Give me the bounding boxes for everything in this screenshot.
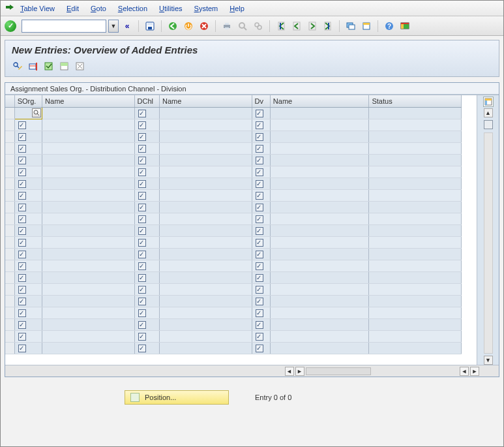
menu-system[interactable]: System	[194, 5, 218, 12]
cell-dchl[interactable]	[134, 166, 159, 177]
cell-sorg[interactable]	[14, 142, 42, 154]
row-selector[interactable]	[5, 107, 14, 119]
cell-dv[interactable]	[252, 307, 270, 318]
row-selector[interactable]	[5, 283, 14, 295]
change-display-button[interactable]	[12, 61, 23, 72]
cell-status[interactable]	[369, 236, 462, 248]
cell-name3[interactable]	[270, 295, 369, 307]
cell-status[interactable]	[369, 283, 462, 295]
cell-sorg[interactable]	[14, 107, 42, 119]
hscroll-track[interactable]	[306, 367, 371, 375]
cell-name1[interactable]	[42, 342, 135, 354]
cell-dchl[interactable]	[134, 189, 159, 201]
cell-dv[interactable]	[252, 318, 270, 330]
vscroll-track[interactable]	[484, 132, 493, 354]
cell-dv[interactable]	[252, 154, 270, 166]
command-field[interactable]	[22, 20, 106, 33]
cell-name2[interactable]	[160, 166, 252, 177]
cell-sorg[interactable]	[14, 213, 42, 224]
cell-name2[interactable]	[160, 224, 252, 236]
row-selector[interactable]	[5, 142, 14, 154]
f4-help-icon[interactable]	[32, 108, 41, 117]
row-selector[interactable]	[5, 342, 14, 354]
hscroll-left-icon[interactable]: ◄	[285, 367, 294, 376]
menu-help[interactable]: Help	[230, 5, 245, 12]
cell-status[interactable]	[369, 318, 462, 330]
cell-name1[interactable]	[42, 189, 135, 201]
cell-name3[interactable]	[270, 201, 369, 213]
row-selector[interactable]	[5, 271, 14, 283]
cell-name2[interactable]	[160, 342, 252, 354]
cell-dv[interactable]	[252, 213, 270, 224]
row-selector[interactable]	[5, 307, 14, 318]
cell-status[interactable]	[369, 177, 462, 189]
cell-sorg[interactable]	[14, 236, 42, 248]
collapse-icon[interactable]: «	[120, 19, 134, 33]
cell-dv[interactable]	[252, 330, 270, 342]
row-selector[interactable]	[5, 131, 14, 142]
cell-status[interactable]	[369, 224, 462, 236]
cell-sorg[interactable]	[14, 295, 42, 307]
delimit-button[interactable]	[27, 61, 39, 72]
cell-name1[interactable]	[42, 154, 135, 166]
cell-dchl[interactable]	[134, 224, 159, 236]
print-button[interactable]	[220, 19, 234, 33]
cell-name1[interactable]	[42, 119, 135, 131]
cell-name2[interactable]	[160, 142, 252, 154]
menu-edit[interactable]: Edit	[67, 5, 79, 12]
cell-status[interactable]	[369, 330, 462, 342]
cell-name3[interactable]	[270, 271, 369, 283]
cell-name3[interactable]	[270, 224, 369, 236]
cell-status[interactable]	[369, 271, 462, 283]
cell-sorg[interactable]	[14, 119, 42, 131]
cell-name3[interactable]	[270, 131, 369, 142]
cell-status[interactable]	[369, 201, 462, 213]
cell-dv[interactable]	[252, 295, 270, 307]
cell-name2[interactable]	[160, 330, 252, 342]
cell-sorg[interactable]	[14, 283, 42, 295]
col-status[interactable]: Status	[369, 95, 462, 107]
row-selector[interactable]	[5, 154, 14, 166]
cell-name2[interactable]	[160, 119, 252, 131]
deselect-all-button[interactable]	[74, 61, 86, 72]
cell-status[interactable]	[369, 189, 462, 201]
cell-name3[interactable]	[270, 236, 369, 248]
exit-button[interactable]	[181, 19, 196, 33]
cell-dchl[interactable]	[134, 271, 159, 283]
help-button[interactable]: ?	[382, 19, 396, 33]
cell-dchl[interactable]	[134, 307, 159, 318]
cell-name2[interactable]	[160, 236, 252, 248]
last-page-button[interactable]	[321, 19, 335, 33]
cell-sorg[interactable]	[14, 177, 42, 189]
col-dchl[interactable]: DChl	[134, 95, 159, 107]
cell-sorg[interactable]	[14, 201, 42, 213]
col-dv[interactable]: Dv	[252, 95, 270, 107]
cell-dchl[interactable]	[134, 318, 159, 330]
back-button[interactable]	[166, 19, 180, 33]
cell-name3[interactable]	[270, 154, 369, 166]
cell-dchl[interactable]	[134, 283, 159, 295]
cell-name1[interactable]	[42, 330, 135, 342]
row-selector[interactable]	[5, 260, 14, 271]
row-selector[interactable]	[5, 201, 14, 213]
cell-dchl[interactable]	[134, 107, 159, 119]
cell-status[interactable]	[369, 307, 462, 318]
cell-name3[interactable]	[270, 342, 369, 354]
hscroll-right-icon[interactable]: ►	[295, 367, 304, 376]
row-selector[interactable]	[5, 318, 14, 330]
cell-dchl[interactable]	[134, 131, 159, 142]
save-button[interactable]	[143, 19, 157, 33]
cell-name3[interactable]	[270, 189, 369, 201]
row-selector[interactable]	[5, 166, 14, 177]
cell-sorg[interactable]	[14, 224, 42, 236]
row-selector[interactable]	[5, 295, 14, 307]
cell-dv[interactable]	[252, 107, 270, 119]
col-name2[interactable]: Name	[160, 95, 252, 107]
cell-status[interactable]	[369, 248, 462, 260]
cell-status[interactable]	[369, 119, 462, 131]
cell-dchl[interactable]	[134, 201, 159, 213]
cell-status[interactable]	[369, 166, 462, 177]
cell-dv[interactable]	[252, 131, 270, 142]
cell-name2[interactable]	[160, 201, 252, 213]
cell-name3[interactable]	[270, 260, 369, 271]
